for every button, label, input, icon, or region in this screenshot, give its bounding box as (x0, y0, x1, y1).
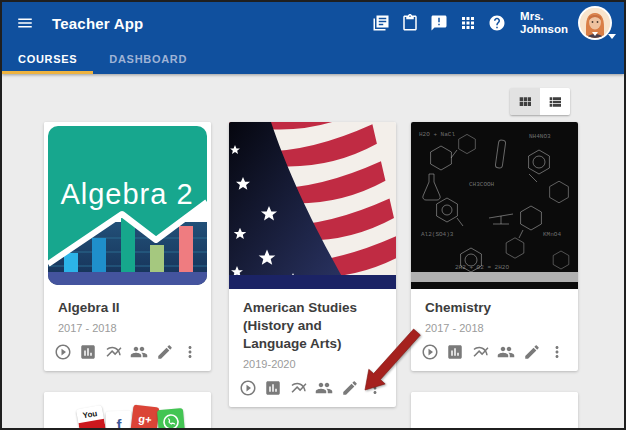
course-title: Algebra II (58, 299, 197, 317)
help-icon[interactable] (488, 14, 506, 32)
user-name[interactable]: Mrs. Johnson (520, 10, 568, 36)
course-actions (229, 370, 396, 407)
clipboard-icon[interactable] (401, 14, 419, 32)
whatsapp-phone-icon (161, 412, 181, 430)
play-icon[interactable] (421, 343, 439, 361)
course-actions (411, 334, 578, 371)
grid-view-icon (517, 94, 533, 110)
course-cover-blank[interactable] (411, 392, 578, 430)
grid-view-button[interactable] (510, 88, 540, 115)
appbar-icon-group (372, 14, 506, 32)
user-name-line1: Mrs. (520, 10, 568, 23)
alert-icon[interactable] (430, 14, 448, 32)
algebra-cover-title: Algebra 2 (60, 178, 193, 210)
play-icon[interactable] (239, 379, 257, 397)
course-years: 2017 - 2018 (58, 322, 197, 334)
view-toggle (510, 88, 570, 115)
chalk-formula: 2H2 + O2 = 2H2O (455, 264, 509, 271)
facebook-tile-text: f (116, 415, 122, 430)
googleplus-tile: g+ (131, 405, 160, 430)
tab-bar: COURSES DASHBOARD (2, 44, 624, 74)
course-years: 2019-2020 (243, 358, 382, 370)
course-actions (44, 334, 211, 371)
trend-icon[interactable] (105, 343, 123, 361)
chalk-formula: CH3COOH (469, 181, 495, 188)
course-card-partial-blank[interactable] (411, 392, 578, 430)
edit-icon-american-studies[interactable] (341, 379, 359, 397)
library-icon[interactable] (372, 14, 390, 32)
youtube-tile-red-bar (78, 419, 105, 430)
course-cover-chemistry[interactable]: H2O + NaCl NH4NO3 CH3COOH Al2(SO4)3 KMnO… (411, 122, 578, 289)
course-years: 2017 - 2018 (425, 322, 564, 334)
courses-page: Algebra 2 Algebra II 2017 - 2018 (2, 74, 624, 428)
edit-icon[interactable] (523, 343, 541, 361)
edit-icon[interactable] (156, 343, 174, 361)
course-cover-algebra[interactable]: Algebra 2 (44, 122, 211, 289)
chalk-formula: NH4NO3 (529, 133, 551, 140)
insert-chart-icon[interactable] (446, 343, 464, 361)
youtube-tile: You (76, 405, 106, 430)
chevron-down-icon[interactable] (608, 34, 616, 39)
members-icon[interactable] (497, 343, 515, 361)
app-bar: Teacher App Mrs. Johnson (2, 2, 624, 44)
googleplus-tile-text: g+ (138, 412, 153, 426)
members-icon[interactable] (315, 379, 333, 397)
members-icon[interactable] (130, 343, 148, 361)
avatar-image (580, 8, 610, 38)
course-card-partial-social[interactable]: You f g+ (44, 392, 211, 430)
course-card-algebra: Algebra 2 Algebra II 2017 - 2018 (44, 122, 211, 371)
chalk-formula: Al2(SO4)3 (421, 231, 454, 238)
list-view-icon (547, 94, 563, 110)
app-title: Teacher App (52, 15, 143, 32)
course-title: Chemistry (425, 299, 564, 317)
more-icon[interactable] (548, 343, 566, 361)
trend-icon[interactable] (472, 343, 490, 361)
avatar[interactable] (578, 6, 612, 40)
course-cover-american-studies[interactable] (229, 122, 396, 289)
apps-grid-icon[interactable] (459, 14, 477, 32)
facebook-tile: f (106, 411, 133, 430)
insert-chart-icon[interactable] (264, 379, 282, 397)
tab-dashboard[interactable]: DASHBOARD (93, 44, 203, 74)
chalk-formula: KMnO4 (543, 231, 561, 238)
chalk-formula: H2O + NaCl (419, 131, 455, 138)
algebra-cover-art: Algebra 2 (44, 122, 211, 289)
course-card-chemistry: H2O + NaCl NH4NO3 CH3COOH Al2(SO4)3 KMnO… (411, 122, 578, 371)
menu-icon[interactable] (16, 14, 34, 32)
whatsapp-tile (157, 408, 185, 430)
more-icon[interactable] (366, 379, 384, 397)
trend-icon[interactable] (290, 379, 308, 397)
insert-chart-icon[interactable] (79, 343, 97, 361)
tab-courses[interactable]: COURSES (2, 44, 93, 74)
play-icon[interactable] (54, 343, 72, 361)
course-title: American Studies (History and Language A… (243, 299, 382, 353)
chemistry-cover-art: H2O + NaCl NH4NO3 CH3COOH Al2(SO4)3 KMnO… (411, 122, 578, 289)
course-card-american-studies: American Studies (History and Language A… (229, 122, 396, 407)
list-view-button[interactable] (540, 88, 570, 115)
more-icon[interactable] (181, 343, 199, 361)
american-flag-cover-art (229, 122, 396, 289)
user-name-line2: Johnson (520, 23, 568, 36)
course-cover-social-media[interactable]: You f g+ (44, 392, 211, 430)
teacher-app-window: Teacher App Mrs. Johnson (0, 0, 626, 430)
